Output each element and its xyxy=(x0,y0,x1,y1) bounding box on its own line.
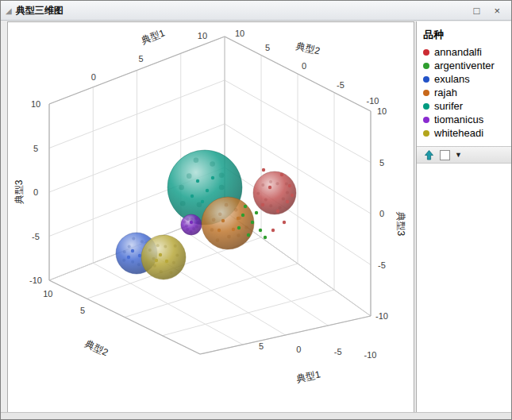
axis-title-canonical2-bottom: 典型2 xyxy=(83,338,110,359)
legend-item-label: exulans xyxy=(434,73,470,85)
data-point-argentiventer[interactable] xyxy=(255,211,258,214)
axis-tick-label: -5 xyxy=(337,80,345,90)
data-point-exulans[interactable] xyxy=(138,254,141,257)
axis-tick-label: 5 xyxy=(33,144,38,153)
sphere-texture-dot xyxy=(131,260,134,264)
axis-tick-label: 5 xyxy=(80,306,85,315)
data-point-rajah[interactable] xyxy=(237,217,240,220)
3d-scatter-plot[interactable]: 10501050-5-101050-5-101050-5-1010550-5-1… xyxy=(8,22,414,412)
data-point-whiteheadi[interactable] xyxy=(155,259,158,262)
axis-tick-label: 10 xyxy=(235,29,244,38)
data-point-annandalfi[interactable] xyxy=(286,200,289,203)
sphere-texture-dot xyxy=(190,218,193,221)
axis-title-canonical2-top: 典型2 xyxy=(294,40,321,57)
sphere-texture-dot xyxy=(175,254,179,257)
sphere-texture-dot xyxy=(227,235,231,239)
sphere-texture-dot xyxy=(234,208,238,212)
sphere-texture-dot xyxy=(212,218,216,222)
dropdown-arrow-button[interactable]: ▼ xyxy=(455,151,462,159)
data-point-annandalfi[interactable] xyxy=(261,203,264,206)
axis-title-canonical1-top: 典型1 xyxy=(140,27,167,46)
axis-tick-label: 0 xyxy=(33,187,38,197)
close-button[interactable]: × xyxy=(494,6,500,16)
data-point-surifer[interactable] xyxy=(206,189,209,192)
axis-tick-label: -5 xyxy=(334,347,342,356)
axis-tick-label: 0 xyxy=(296,345,301,354)
outline-header[interactable]: ◢ 典型三维图 xyxy=(1,4,463,17)
legend-color-dot xyxy=(423,130,429,137)
legend-toolbar: ▼ xyxy=(417,146,512,164)
data-point-argentiventer[interactable] xyxy=(259,229,262,232)
data-point-tiomanicus[interactable] xyxy=(190,221,193,224)
sphere-texture-dot xyxy=(216,238,220,242)
arrow-up-icon[interactable] xyxy=(423,149,435,161)
legend-color-dot xyxy=(423,49,429,56)
axis-title-canonical3-left: 典型3 xyxy=(13,179,25,204)
axis-tick-label: 10 xyxy=(198,31,207,40)
axis-tick-label: -5 xyxy=(32,232,40,241)
titlebar: ◢ 典型三维图 □ × xyxy=(1,1,511,21)
data-point-annandalfi[interactable] xyxy=(262,168,265,171)
data-point-argentiventer[interactable] xyxy=(251,221,254,224)
legend-color-dot xyxy=(423,76,429,83)
axis-tick-label: 10 xyxy=(31,99,40,109)
legend-item-argentiventer[interactable]: argentiventer xyxy=(423,59,512,72)
sphere-texture-dot xyxy=(152,257,156,260)
sphere-texture-dot xyxy=(179,185,184,191)
plot-panel: 10501050-5-101050-5-101050-5-1010550-5-1… xyxy=(7,21,414,413)
sphere-texture-dot xyxy=(219,185,225,191)
maximize-button[interactable]: □ xyxy=(474,6,480,16)
data-point-argentiventer[interactable] xyxy=(237,226,241,229)
data-point-rajah[interactable] xyxy=(221,219,225,222)
sphere-texture-dot xyxy=(187,173,192,179)
sphere-texture-dot xyxy=(185,225,188,228)
data-point-annandalfi[interactable] xyxy=(276,210,279,213)
data-point-surifer[interactable] xyxy=(196,179,199,183)
legend-item-label: whiteheadi xyxy=(434,127,483,139)
sphere-texture-dot xyxy=(187,218,190,221)
sphere-texture-dot xyxy=(275,182,279,185)
axis-tick-label: 5 xyxy=(265,43,270,52)
axis-tick-label: 10 xyxy=(43,289,52,299)
sphere-texture-dot xyxy=(195,225,198,229)
data-point-annandalfi[interactable] xyxy=(268,186,271,189)
data-point-exulans[interactable] xyxy=(131,249,134,252)
disclosure-triangle-icon[interactable]: ◢ xyxy=(6,6,12,15)
sphere-whiteheadi[interactable] xyxy=(141,235,186,279)
data-point-surifer[interactable] xyxy=(211,176,214,179)
data-point-argentiventer[interactable] xyxy=(244,205,247,208)
data-point-exulans[interactable] xyxy=(127,256,130,259)
data-point-annandalfi[interactable] xyxy=(288,184,291,187)
sphere-texture-dot xyxy=(189,230,192,233)
legend-item-whiteheadi[interactable]: whiteheadi xyxy=(423,126,512,140)
data-point-surifer[interactable] xyxy=(201,200,204,203)
color-swatch-button[interactable] xyxy=(440,150,450,160)
sphere-texture-dot xyxy=(186,228,189,231)
data-point-rajah[interactable] xyxy=(232,228,235,231)
sphere-texture-dot xyxy=(286,191,289,195)
data-point-whiteheadi[interactable] xyxy=(159,253,162,256)
legend-item-rajah[interactable]: rajah xyxy=(423,86,512,99)
data-point-argentiventer[interactable] xyxy=(247,233,250,237)
legend-item-surifer[interactable]: surifer xyxy=(423,99,512,113)
data-point-annandalfi[interactable] xyxy=(291,194,294,197)
status-bar xyxy=(1,412,511,419)
sphere-texture-dot xyxy=(153,264,156,268)
legend-item-tiomanicus[interactable]: tiomanicus xyxy=(423,113,512,126)
legend-item-annandalfi[interactable]: annandalfi xyxy=(423,45,512,59)
sphere-texture-dot xyxy=(269,180,272,183)
legend-item-exulans[interactable]: exulans xyxy=(423,72,512,86)
data-point-argentiventer[interactable] xyxy=(241,214,244,217)
axis-tick-label: 10 xyxy=(377,106,387,116)
legend-item-label: argentiventer xyxy=(434,60,495,71)
data-point-rajah[interactable] xyxy=(218,229,221,232)
data-point-surifer[interactable] xyxy=(191,195,194,198)
sphere-texture-dot xyxy=(122,259,125,262)
data-point-argentiventer[interactable] xyxy=(264,236,267,239)
legend-item-label: annandalfi xyxy=(434,46,482,58)
data-point-annandalfi[interactable] xyxy=(280,173,283,176)
data-point-whiteheadi[interactable] xyxy=(165,260,168,263)
data-point-annandalfi[interactable] xyxy=(271,229,275,232)
data-point-annandalfi[interactable] xyxy=(283,221,286,224)
sphere-texture-dot xyxy=(197,202,202,207)
